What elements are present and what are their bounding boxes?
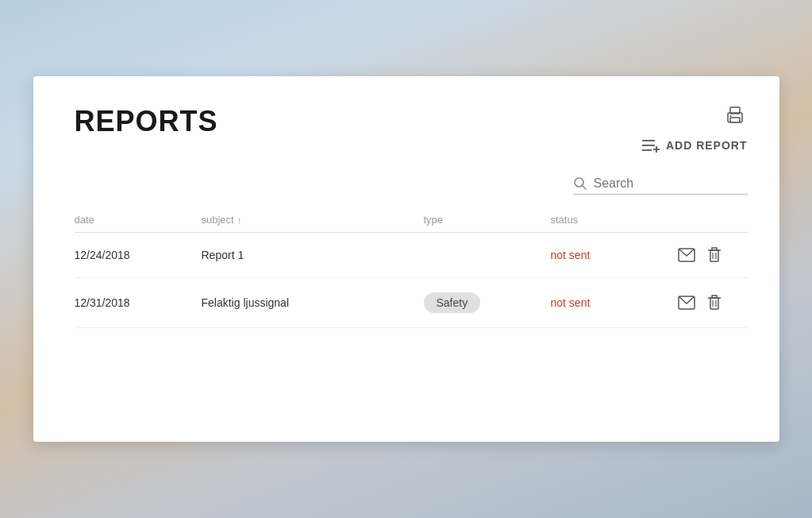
search-input[interactable]	[594, 176, 737, 191]
print-icon	[722, 105, 748, 127]
search-wrapper	[573, 176, 748, 195]
row-1-delete-icon[interactable]	[708, 247, 721, 263]
card-header: REPORTS	[33, 76, 779, 168]
row-2-actions	[678, 295, 741, 311]
row-2-status: not sent	[551, 296, 678, 309]
type-badge-safety: Safety	[424, 292, 481, 313]
svg-rect-2	[730, 118, 740, 122]
svg-rect-16	[710, 298, 718, 309]
col-status: status	[551, 214, 678, 226]
svg-point-3	[729, 115, 731, 117]
row-2-subject: Felaktig ljussignal	[202, 296, 424, 309]
add-report-label: ADD REPORT	[666, 139, 748, 152]
add-report-button[interactable]: ADD REPORT	[642, 138, 748, 153]
search-row	[33, 168, 779, 207]
sort-arrow-icon: ↑	[237, 215, 242, 225]
header-actions: ADD REPORT	[642, 105, 748, 153]
reports-card: REPORTS	[33, 76, 779, 442]
row-2-email-icon[interactable]	[678, 296, 695, 310]
page-title: REPORTS	[75, 105, 218, 138]
col-actions-1	[678, 214, 741, 226]
row-1-subject: Report 1	[202, 249, 424, 261]
search-icon	[573, 176, 587, 191]
col-actions-2	[741, 214, 789, 226]
col-subject[interactable]: subject ↑	[202, 214, 424, 226]
row-2-date: 12/31/2018	[75, 296, 202, 309]
table-row: 12/24/2018 Report 1 not sent	[75, 233, 748, 278]
row-1-actions	[678, 247, 741, 263]
table-row: 12/31/2018 Felaktig ljussignal Safety no…	[75, 278, 748, 328]
row-1-status: not sent	[551, 249, 678, 261]
col-date: date	[75, 214, 202, 226]
reports-table: date subject ↑ type status 12/24/2018 Re…	[33, 207, 779, 360]
print-button[interactable]	[722, 105, 748, 129]
col-type: type	[424, 214, 551, 226]
row-1-date: 12/24/2018	[75, 249, 202, 261]
svg-rect-12	[710, 250, 718, 261]
row-1-email-icon[interactable]	[678, 248, 695, 262]
row-2-type: Safety	[424, 292, 551, 313]
svg-line-10	[582, 186, 586, 190]
add-report-icon	[642, 138, 660, 153]
table-header: date subject ↑ type status	[75, 207, 748, 233]
row-2-delete-icon[interactable]	[708, 295, 721, 311]
